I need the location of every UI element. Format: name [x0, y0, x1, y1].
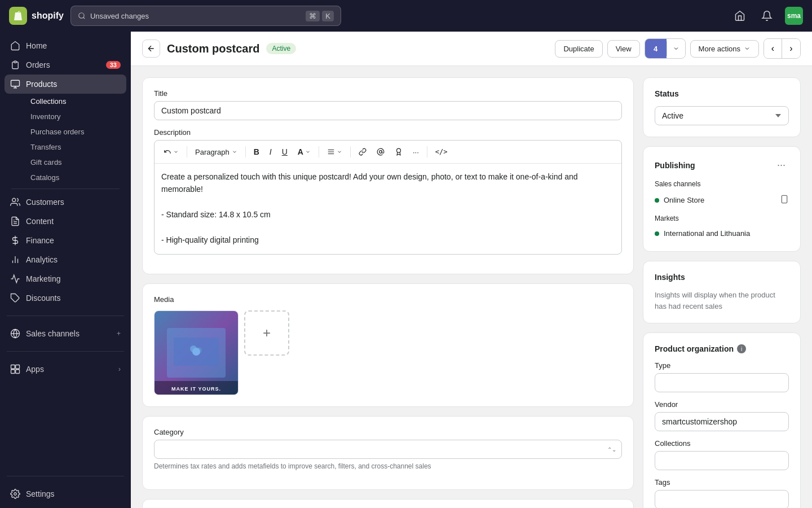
undo-btn[interactable] — [160, 146, 182, 158]
search-bar[interactable]: Unsaved changes ⌘ K — [70, 6, 341, 26]
sidebar-item-analytics[interactable]: Analytics — [5, 250, 126, 269]
online-store-name: Online Store — [664, 196, 704, 204]
sidebar-item-catalogs[interactable]: Catalogs — [25, 170, 126, 185]
category-select[interactable] — [154, 440, 622, 459]
svg-rect-2 — [11, 80, 20, 86]
sidebar-item-apps[interactable]: Apps › — [5, 360, 126, 379]
sidebar-home-label: Home — [26, 41, 47, 50]
link-btn[interactable] — [355, 146, 370, 158]
sidebar-item-inventory[interactable]: Inventory — [25, 109, 126, 124]
type-group: Type — [655, 361, 789, 392]
prev-button[interactable]: ‹ — [764, 39, 782, 58]
online-store-action[interactable] — [780, 195, 789, 205]
avatar-dropdown-button[interactable] — [667, 41, 685, 56]
sidebar-marketing-label: Marketing — [26, 274, 60, 283]
markets-label: Markets — [655, 214, 789, 222]
sidebar-item-sales-channels[interactable]: Sales channels + — [5, 324, 126, 343]
sidebar-customers-label: Customers — [26, 198, 64, 207]
align-btn[interactable] — [324, 146, 346, 158]
user-count-avatar[interactable]: 4 — [645, 39, 667, 58]
status-select[interactable]: Active Draft — [655, 106, 789, 125]
bell-icon[interactable] — [758, 7, 776, 25]
product-org-card: Product organization i Type Vendor Colle… — [643, 332, 801, 508]
main-content: Custom postcard Active Duplicate View 4 … — [131, 32, 812, 508]
publishing-header: Publishing ··· — [655, 158, 789, 172]
bold-btn[interactable]: B — [250, 145, 263, 159]
marketing-icon — [10, 274, 20, 284]
mention-btn[interactable] — [373, 146, 388, 158]
sidebar-item-products[interactable]: Products — [5, 75, 126, 94]
apps-icon — [10, 364, 20, 374]
title-card: Title Description — [142, 77, 634, 274]
collections-input[interactable] — [655, 451, 789, 470]
logo-icon — [9, 7, 27, 25]
sales-channels-expand[interactable]: + — [117, 330, 121, 338]
back-button[interactable] — [142, 40, 160, 58]
category-card: Category Determines tax rates and adds m… — [142, 416, 634, 490]
title-input[interactable] — [154, 101, 622, 120]
insights-text: Insights will display when the product h… — [655, 290, 789, 312]
more-format-btn[interactable]: ··· — [409, 146, 422, 159]
tags-input[interactable] — [655, 490, 789, 508]
badge-btn[interactable] — [391, 146, 406, 158]
next-button[interactable]: › — [782, 39, 800, 58]
paragraph-label: Paragraph — [195, 148, 230, 156]
sidebar-item-collections[interactable]: Collections — [25, 94, 126, 109]
sidebar-item-orders[interactable]: Orders 33 — [5, 55, 126, 75]
sidebar-item-marketing[interactable]: Marketing — [5, 269, 126, 288]
sidebar-item-discounts[interactable]: Discounts — [5, 288, 126, 308]
org-info-icon[interactable]: i — [737, 344, 746, 353]
svg-point-22 — [396, 148, 400, 152]
status-card: Status Active Draft — [643, 77, 801, 137]
sidebar-discounts-label: Discounts — [26, 294, 60, 303]
media-image[interactable]: MAKE IT YOURS. — [154, 310, 239, 395]
status-card-title: Status — [655, 89, 789, 98]
sidebar-item-customers[interactable]: Customers — [5, 192, 126, 212]
sidebar-finance-label: Finance — [26, 236, 54, 245]
title-label: Title — [154, 89, 622, 98]
international-channel: International and Lithuania — [655, 227, 789, 240]
logo-text: shopify — [32, 11, 64, 21]
paragraph-btn[interactable]: Paragraph — [192, 146, 241, 159]
apps-expand[interactable]: › — [118, 365, 121, 373]
app-body: Home Orders 33 Products Collections Inve… — [0, 32, 812, 508]
status-badge: Active — [266, 43, 296, 54]
italic-btn[interactable]: I — [266, 145, 275, 159]
sidebar-item-gift-cards[interactable]: Gift cards — [25, 155, 126, 170]
media-add-button[interactable]: + — [244, 310, 289, 356]
media-label: Media — [154, 295, 622, 304]
view-button[interactable]: View — [607, 40, 640, 58]
content-icon — [10, 216, 20, 226]
org-title: Product organization — [655, 344, 734, 353]
code-btn[interactable]: </> — [432, 146, 451, 158]
topbar: shopify Unsaved changes ⌘ K sma — [0, 0, 812, 32]
vendor-label: Vendor — [655, 400, 789, 409]
svg-rect-16 — [16, 370, 20, 374]
collections-group: Collections — [655, 439, 789, 470]
store-icon[interactable] — [731, 7, 749, 25]
sidebar-item-transfers[interactable]: Transfers — [25, 139, 126, 155]
vendor-input[interactable] — [655, 412, 789, 431]
svg-rect-1 — [14, 61, 17, 63]
type-input[interactable] — [655, 373, 789, 392]
sidebar-item-purchase-orders[interactable]: Purchase orders — [25, 124, 126, 139]
more-actions-button[interactable]: More actions — [690, 40, 759, 58]
sidebar-item-home[interactable]: Home — [5, 36, 126, 55]
content-main: Title Description — [142, 77, 634, 508]
description-content[interactable]: Create a personalized touch with this un… — [155, 164, 621, 254]
user-avatar[interactable]: sma — [785, 7, 803, 25]
sidebar-item-settings[interactable]: Settings — [5, 484, 126, 503]
type-label: Type — [655, 361, 789, 370]
svg-point-3 — [12, 198, 16, 202]
underline-btn[interactable]: U — [279, 145, 291, 159]
content-side: Status Active Draft Publishing ··· — [643, 77, 801, 508]
home-icon — [10, 41, 20, 51]
publishing-more-btn[interactable]: ··· — [774, 158, 789, 172]
duplicate-button[interactable]: Duplicate — [555, 40, 602, 58]
search-text: Unsaved changes — [90, 12, 149, 20]
sales-channels-label: Sales channels — [655, 180, 789, 188]
sidebar-item-finance[interactable]: Finance — [5, 231, 126, 250]
sidebar-item-content[interactable]: Content — [5, 212, 126, 231]
settings-icon — [10, 489, 20, 499]
text-color-btn[interactable]: A — [294, 145, 314, 159]
